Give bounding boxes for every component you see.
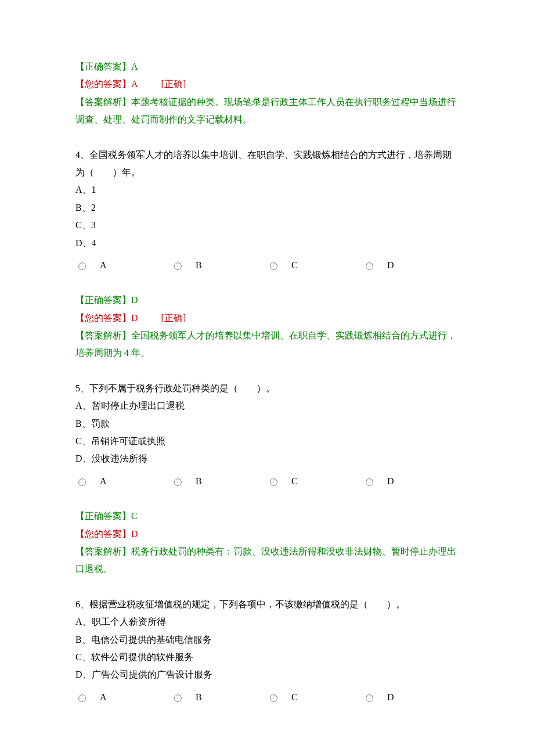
q4-radio-b-cell: B <box>171 257 267 274</box>
q5-radio-d[interactable] <box>366 478 373 486</box>
q4-radio-c-label: C <box>291 257 298 274</box>
q5-option-b: B、罚款 <box>75 415 459 433</box>
analysis-label: 【答案解析】 <box>75 546 131 556</box>
q4-question-text: 4、全国税务领军人才的培养以集中培训、在职自学、实践锻炼相结合的方式进行，培养周… <box>75 146 459 182</box>
q4-radio-a-cell: A <box>75 257 171 274</box>
q5-correct-answer-value: C <box>131 511 138 521</box>
q3-correct-answer-line: 【正确答案】A <box>75 58 459 75</box>
q3-analysis-line: 【答案解析】本题考核证据的种类。现场笔录是行政主体工作人员在执行职务过程中当场进… <box>75 93 459 129</box>
q5-option-a: A、暂时停止办理出口退税 <box>75 397 459 415</box>
q3-your-answer-line: 【您的答案】A[正确] <box>75 75 459 93</box>
q3-correct-answer-value: A <box>131 62 138 71</box>
q6-option-c: C、软件公司提供的软件服务 <box>75 649 459 666</box>
q5-option-d: D、没收违法所得 <box>75 450 459 467</box>
q5-question-text: 5、下列不属于税务行政处罚种类的是（ ）。 <box>75 380 459 397</box>
q6-radio-b[interactable] <box>174 694 182 702</box>
q5-radio-d-cell: D <box>363 473 459 490</box>
q5-radio-c-label: C <box>291 473 298 490</box>
q6-question-text: 6、根据营业税改征增值税的规定，下列各项中，不该缴纳增值税的是（ ）。 <box>75 596 459 613</box>
q4-radio-a[interactable] <box>78 262 86 270</box>
q6-radio-c-cell: C <box>267 689 363 706</box>
q5-radio-b-label: B <box>196 473 202 490</box>
q4-block: 4、全国税务领军人才的培养以集中培训、在职自学、实践锻炼相结合的方式进行，培养周… <box>75 146 459 275</box>
q3-status: [正确] <box>161 79 186 89</box>
q4-correct-answer-line: 【正确答案】D <box>75 291 459 309</box>
q6-radio-d[interactable] <box>366 694 373 702</box>
q5-radio-d-label: D <box>387 473 394 490</box>
q4-radio-d-label: D <box>387 257 394 274</box>
q4-correct-answer-value: D <box>131 295 138 305</box>
q5-radio-b-cell: B <box>171 473 267 490</box>
q5-analysis-text: 税务行政处罚的种类有：罚款、没收违法所得和没收非法财物、暂时停止办理出口退税。 <box>75 546 456 574</box>
q5-analysis-line: 【答案解析】税务行政处罚的种类有：罚款、没收违法所得和没收非法财物、暂时停止办理… <box>75 543 459 578</box>
q5-block: 5、下列不属于税务行政处罚种类的是（ ）。 A、暂时停止办理出口退税 B、罚款 … <box>75 380 459 490</box>
q6-option-a: A、职工个人薪资所得 <box>75 613 459 631</box>
q3-answer-block: 【正确答案】A 【您的答案】A[正确] 【答案解析】本题考核证据的种类。现场笔录… <box>75 58 459 129</box>
q6-option-b: B、电信公司提供的基础电信服务 <box>75 631 459 649</box>
q4-radio-d[interactable] <box>366 262 373 270</box>
q4-radio-d-cell: D <box>363 257 459 274</box>
correct-answer-label: 【正确答案】 <box>75 511 131 521</box>
q4-radio-c[interactable] <box>270 262 277 270</box>
analysis-label: 【答案解析】 <box>75 97 131 107</box>
q5-radio-c[interactable] <box>270 478 277 486</box>
q5-radio-a-label: A <box>100 473 107 490</box>
q4-radio-b-label: B <box>196 257 202 274</box>
q4-your-answer-line: 【您的答案】D[正确] <box>75 309 459 327</box>
q4-status: [正确] <box>161 313 186 323</box>
q3-analysis-text: 本题考核证据的种类。现场笔录是行政主体工作人员在执行职务过程中当场进行调查、处理… <box>75 97 456 124</box>
q4-radio-b[interactable] <box>174 262 182 270</box>
q4-radio-row: A B C D <box>75 257 459 274</box>
q4-analysis-line: 【答案解析】全国税务领军人才的培养以集中培训、在职自学、实践锻炼相结合的方式进行… <box>75 327 459 362</box>
q5-radio-b[interactable] <box>174 478 182 486</box>
q6-radio-row: A B C D <box>75 689 459 706</box>
q6-option-d: D、广告公司提供的广告设计服务 <box>75 666 459 683</box>
q5-radio-row: A B C D <box>75 473 459 490</box>
q6-radio-a-cell: A <box>75 689 171 706</box>
q5-radio-c-cell: C <box>267 473 363 490</box>
q4-analysis-text: 全国税务领军人才的培养以集中培训、在职自学、实践锻炼相结合的方式进行，培养周期为… <box>75 330 456 358</box>
q5-radio-a[interactable] <box>78 478 86 486</box>
q3-your-answer-value: A <box>131 79 138 89</box>
q6-radio-d-label: D <box>387 689 394 706</box>
q4-your-answer-value: D <box>131 313 138 323</box>
q6-block: 6、根据营业税改征增值税的规定，下列各项中，不该缴纳增值税的是（ ）。 A、职工… <box>75 596 459 706</box>
q4-radio-a-label: A <box>100 257 107 274</box>
q6-radio-c[interactable] <box>270 694 277 702</box>
analysis-label: 【答案解析】 <box>75 330 131 340</box>
q5-correct-answer-line: 【正确答案】C <box>75 507 459 525</box>
q6-radio-a-label: A <box>100 689 107 706</box>
q6-radio-b-label: B <box>196 689 202 706</box>
q4-answer-block: 【正确答案】D 【您的答案】D[正确] 【答案解析】全国税务领军人才的培养以集中… <box>75 291 459 362</box>
your-answer-label: 【您的答案】 <box>75 529 131 539</box>
q6-radio-a[interactable] <box>78 694 86 702</box>
q6-radio-c-label: C <box>291 689 298 706</box>
your-answer-label: 【您的答案】 <box>75 79 131 89</box>
q5-your-answer-value: D <box>131 529 138 539</box>
q5-option-c: C、吊销许可证或执照 <box>75 433 459 450</box>
q5-radio-a-cell: A <box>75 473 171 490</box>
q5-your-answer-line: 【您的答案】D <box>75 525 459 543</box>
q4-option-d: D、4 <box>75 235 459 252</box>
q5-answer-block: 【正确答案】C 【您的答案】D 【答案解析】税务行政处罚的种类有：罚款、没收违法… <box>75 507 459 578</box>
q4-option-b: B、2 <box>75 199 459 217</box>
q4-option-c: C、3 <box>75 217 459 234</box>
q6-radio-b-cell: B <box>171 689 267 706</box>
your-answer-label: 【您的答案】 <box>75 313 131 323</box>
q4-option-a: A、1 <box>75 181 459 199</box>
q6-radio-d-cell: D <box>363 689 459 706</box>
q4-radio-c-cell: C <box>267 257 363 274</box>
correct-answer-label: 【正确答案】 <box>75 62 131 71</box>
correct-answer-label: 【正确答案】 <box>75 295 131 305</box>
